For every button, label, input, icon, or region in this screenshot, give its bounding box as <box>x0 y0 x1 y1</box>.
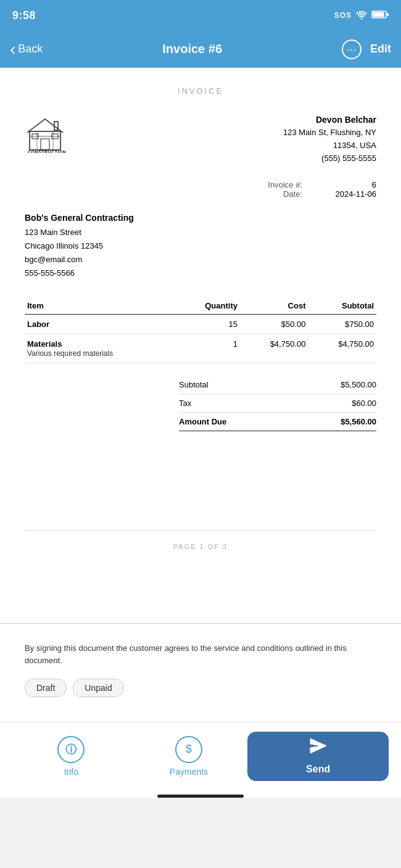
bill-to: Bob's General Contracting 123 Main Stree… <box>25 211 376 280</box>
svg-rect-1 <box>373 12 384 17</box>
sender-phone: (555) 555-5555 <box>283 152 376 165</box>
invoice-page: INVOICE <box>0 68 401 623</box>
table-row: Materials Various required materials 1 $… <box>25 334 376 363</box>
subtotal-label: Subtotal <box>179 380 209 389</box>
items-table: Item Quantity Cost Subtotal Labor 15 $50… <box>25 297 376 363</box>
sender-info: Devon Belchar 123 Main St, Flushing, NY … <box>283 113 376 165</box>
back-chevron-icon <box>10 41 15 58</box>
table-row: Labor 15 $50.00 $750.00 <box>25 314 376 334</box>
tax-label: Tax <box>179 399 191 408</box>
invoice-number-value: 6 <box>327 180 376 189</box>
info-button[interactable]: ⓘ Info <box>12 736 130 777</box>
col-quantity: Quantity <box>177 297 240 315</box>
tax-row: Tax $60.00 <box>179 394 376 413</box>
subtotal-row: Subtotal $5,500.00 <box>179 376 376 394</box>
back-button[interactable]: Back <box>10 41 43 58</box>
sender-name: Devon Belchar <box>283 113 376 126</box>
info-icon-circle: ⓘ <box>57 736 85 763</box>
back-label: Back <box>18 43 43 56</box>
logo-area: CONSTRUCTION YOUR TAGLINE GOES HERE <box>25 113 80 153</box>
status-icons: SOS <box>334 10 389 22</box>
sos-icon: SOS <box>334 11 352 20</box>
info-icon: ⓘ <box>65 742 76 757</box>
wifi-icon <box>355 10 368 22</box>
scroll-content: INVOICE <box>0 68 401 798</box>
subtotal-value: $5,500.00 <box>341 380 376 389</box>
svg-text:CONSTRUCTION: CONSTRUCTION <box>28 150 66 153</box>
status-badges: Draft Unpaid <box>25 679 376 697</box>
payments-label: Payments <box>170 767 208 777</box>
amount-due-row: Amount Due $5,560.00 <box>179 413 376 431</box>
sender-address2: 11354, USA <box>283 139 376 152</box>
item-cost-labor: $50.00 <box>240 314 308 334</box>
draft-badge[interactable]: Draft <box>25 679 67 697</box>
item-name-materials: Materials Various required materials <box>25 334 177 363</box>
more-dots-icon: ··· <box>347 44 356 55</box>
invoice-meta: Invoice #: 6 Date: 2024-11-06 <box>25 180 376 199</box>
item-qty-labor: 15 <box>177 314 240 334</box>
bill-to-phone: 555-555-5566 <box>25 267 376 280</box>
totals-section: Subtotal $5,500.00 Tax $60.00 Amount Due… <box>179 376 376 431</box>
info-label: Info <box>64 767 78 777</box>
send-label: Send <box>306 764 330 775</box>
signature-text: By signing this document the customer ag… <box>25 642 376 666</box>
page-spacer <box>25 431 376 530</box>
bill-to-address1: 123 Main Street <box>25 226 376 239</box>
bill-to-company: Bob's General Contracting <box>25 211 376 226</box>
sender-address1: 123 Main St, Flushing, NY <box>283 126 376 139</box>
nav-bar: Back Invoice #6 ··· Edit <box>0 31 401 68</box>
invoice-number-row: Invoice #: 6 <box>25 180 376 189</box>
svg-rect-2 <box>387 13 389 16</box>
amount-due-value: $5,560.00 <box>341 417 376 426</box>
status-bar: 9:58 SOS <box>0 0 401 31</box>
tax-value: $60.00 <box>352 399 376 408</box>
home-indicator <box>157 795 244 798</box>
bill-to-email: bgc@email.com <box>25 253 376 267</box>
invoice-header: CONSTRUCTION YOUR TAGLINE GOES HERE Devo… <box>25 113 376 165</box>
send-icon <box>309 737 328 759</box>
col-subtotal: Subtotal <box>308 297 376 315</box>
col-cost: Cost <box>240 297 308 315</box>
svg-rect-4 <box>41 139 49 150</box>
invoice-label: INVOICE <box>25 86 376 96</box>
payments-icon-circle: $ <box>175 736 202 763</box>
invoice-number-label: Invoice #: <box>268 180 302 189</box>
amount-due-label: Amount Due <box>179 417 226 426</box>
send-button[interactable]: Send <box>247 732 389 781</box>
payments-icon: $ <box>186 743 192 756</box>
bill-to-address2: Chicago Illinois 12345 <box>25 239 376 253</box>
item-subtotal-materials: $4,750.00 <box>308 334 376 363</box>
invoice-date-row: Date: 2024-11-06 <box>25 189 376 199</box>
nav-title: Invoice #6 <box>162 42 222 56</box>
more-button[interactable]: ··· <box>342 39 362 59</box>
page-2: By signing this document the customer ag… <box>0 624 401 722</box>
date-label: Date: <box>283 189 302 199</box>
item-name-labor: Labor <box>25 314 177 334</box>
bottom-toolbar: ⓘ Info $ Payments Send <box>0 722 401 790</box>
battery-icon <box>371 10 389 21</box>
edit-button[interactable]: Edit <box>370 43 391 56</box>
page-indicator: PAGE 1 OF 2 <box>25 530 376 560</box>
col-item: Item <box>25 297 177 315</box>
item-qty-materials: 1 <box>177 334 240 363</box>
table-header-row: Item Quantity Cost Subtotal <box>25 297 376 315</box>
status-time: 9:58 <box>12 9 36 22</box>
unpaid-badge[interactable]: Unpaid <box>73 679 123 697</box>
item-cost-materials: $4,750.00 <box>240 334 308 363</box>
date-value: 2024-11-06 <box>327 189 376 199</box>
payments-button[interactable]: $ Payments <box>130 736 248 777</box>
item-subtotal-labor: $750.00 <box>308 314 376 334</box>
nav-right: ··· Edit <box>342 39 391 59</box>
company-logo: CONSTRUCTION YOUR TAGLINE GOES HERE <box>25 113 80 153</box>
